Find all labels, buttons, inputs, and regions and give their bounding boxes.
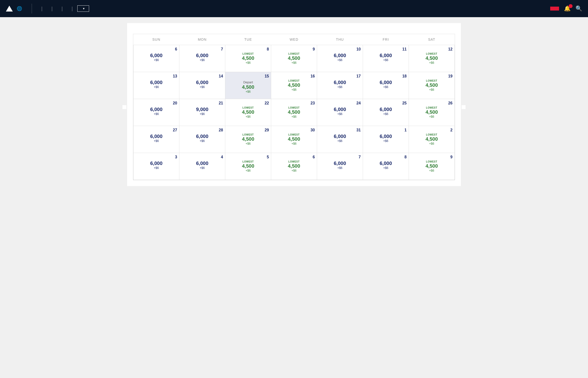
cell-fee: +$6 [292,142,296,145]
cell-fee: +$6 [154,85,159,89]
cell-date: 24 [319,101,361,105]
cell-date: 28 [181,128,223,132]
calendar-cell[interactable]: 8 LOWEST 4,500 +$6 [225,45,271,72]
lowest-label: LOWEST [243,160,254,163]
calendar-cell[interactable]: 26 LOWEST 4,500 +$6 [409,99,455,126]
calendar-week-3: 27 6,000 +$6 28 6,000 +$6 29 LOWEST 4,50… [133,126,455,153]
header: 🌐 | | | | ▼ 🔔 🔍 [0,0,588,17]
cell-date: 14 [181,74,223,79]
login-button[interactable] [550,7,559,11]
cell-content: 6,000 +$6 [135,106,177,116]
calendar-cell[interactable]: 24 6,000 +$6 [317,99,363,126]
cell-date: 20 [135,101,177,105]
notifications-bell[interactable]: 🔔 [564,5,571,12]
calendar-cell[interactable]: 12 LOWEST 4,500 +$6 [409,45,455,72]
cell-fee: +$6 [246,61,251,65]
calendar-cell[interactable]: 4 6,000 +$6 [179,153,225,180]
cell-miles: 6,000 [150,53,162,58]
cell-fee: +$6 [383,112,388,116]
cell-content: LOWEST 4,500 +$6 [227,133,269,145]
calendar-cell[interactable]: 14 6,000 +$6 [179,72,225,99]
cell-date: 7 [181,47,223,52]
cell-fee: +$6 [383,139,388,143]
calendar-cell[interactable]: 18 6,000 +$6 [363,72,409,99]
cell-content: 6,000 +$6 [135,133,177,143]
calendar-cell[interactable]: 6 LOWEST 4,500 +$6 [271,153,317,180]
calendar-cell[interactable]: 1 6,000 +$6 [363,126,409,153]
cell-fee: +$6 [292,88,296,92]
calendar-cell[interactable]: 5 LOWEST 4,500 +$6 [225,153,271,180]
cell-miles: 6,000 [196,80,208,85]
calendar-cell[interactable]: 20 6,000 +$6 [133,99,179,126]
cell-miles: 6,000 [150,80,162,85]
main-content: SUNMONTUEWEDTHUFRISAT 6 6,000 +$6 7 6,00… [127,23,461,186]
calendar-cell[interactable]: 29 LOWEST 4,500 +$6 [225,126,271,153]
delta-triangle-icon [6,6,13,12]
cell-fee: +$6 [292,169,296,172]
lowest-label: LOWEST [288,160,300,163]
header-right: 🔔 🔍 [545,5,582,12]
calendar-header-row: SUNMONTUEWEDTHUFRISAT [133,34,455,45]
calendar-cell[interactable]: 6 6,000 +$6 [133,45,179,72]
search-icon[interactable]: 🔍 [575,5,582,12]
next-month-button[interactable] [462,105,466,109]
cell-content: 6,000 +$6 [181,53,223,62]
cell-fee: +$6 [292,61,296,65]
day-header-wed: WED [271,34,317,45]
cell-content: LOWEST 4,500 +$6 [273,106,315,118]
calendar-cell[interactable]: 30 LOWEST 4,500 +$6 [271,126,317,153]
cell-fee: +$6 [200,139,205,143]
calendar-cell[interactable]: 21 9,000 +$6 [179,99,225,126]
cell-miles: 6,000 [150,133,162,139]
calendar-cell[interactable]: 15 Depart 4,500 +$6 [225,72,271,99]
cell-date: 18 [365,74,407,79]
cell-content: 6,000 +$6 [365,53,407,62]
cell-miles: 6,000 [196,133,208,139]
cell-miles: 6,000 [150,160,162,166]
cell-date: 5 [227,155,269,159]
cell-content: 6,000 +$6 [135,53,177,62]
cell-content: LOWEST 4,500 +$6 [227,160,269,172]
cell-miles: 4,500 [242,163,254,169]
cell-content: LOWEST 4,500 +$6 [411,160,453,172]
cell-content: 6,000 +$6 [319,133,361,143]
calendar-cell[interactable]: 28 6,000 +$6 [179,126,225,153]
calendar-cell[interactable]: 27 6,000 +$6 [133,126,179,153]
day-header-thu: THU [317,34,363,45]
calendar-cell[interactable]: 10 6,000 +$6 [317,45,363,72]
cell-content: LOWEST 4,500 +$6 [411,106,453,118]
calendar-cell[interactable]: 9 LOWEST 4,500 +$6 [271,45,317,72]
cell-miles: 6,000 [334,160,346,166]
prev-month-button[interactable] [122,105,126,109]
calendar-cell[interactable]: 19 LOWEST 4,500 +$6 [409,72,455,99]
cell-miles: 6,000 [380,80,392,85]
calendar-cell[interactable]: 2 LOWEST 4,500 +$6 [409,126,455,153]
cell-content: 6,000 +$6 [319,160,361,170]
cell-date: 2 [411,128,453,132]
cell-miles: 4,500 [426,82,438,88]
calendar-cell[interactable]: 31 6,000 +$6 [317,126,363,153]
cell-fee: +$6 [246,115,251,118]
calendar-cell[interactable]: 8 6,000 +$6 [363,153,409,180]
calendar-cell[interactable]: 3 6,000 +$6 [133,153,179,180]
calendar-cell[interactable]: 16 LOWEST 4,500 +$6 [271,72,317,99]
calendar-cell[interactable]: 17 6,000 +$6 [317,72,363,99]
cell-content: 6,000 +$6 [365,80,407,89]
calendar-cell[interactable]: 22 LOWEST 4,500 +$6 [225,99,271,126]
calendar-cell[interactable]: 23 LOWEST 4,500 +$6 [271,99,317,126]
calendar-cell[interactable]: 7 6,000 +$6 [317,153,363,180]
calendar-cell[interactable]: 9 LOWEST 4,500 +$6 [409,153,455,180]
calendar-body: 6 6,000 +$6 7 6,000 +$6 8 LOWEST 4,500 +… [133,45,455,180]
cell-content: LOWEST 4,500 +$6 [273,80,315,92]
calendar-cell[interactable]: 13 6,000 +$6 [133,72,179,99]
calendar-cell[interactable]: 11 6,000 +$6 [363,45,409,72]
cell-fee: +$6 [200,166,205,170]
modify-button[interactable]: ▼ [77,5,89,12]
cell-date: 8 [365,155,407,159]
cell-fee: +$6 [154,139,159,143]
lowest-label: LOWEST [288,106,300,109]
cell-miles: 4,500 [288,136,300,142]
calendar-cell[interactable]: 25 6,000 +$6 [363,99,409,126]
calendar-week-2: 20 6,000 +$6 21 9,000 +$6 22 LOWEST 4,50… [133,99,455,126]
calendar-cell[interactable]: 7 6,000 +$6 [179,45,225,72]
